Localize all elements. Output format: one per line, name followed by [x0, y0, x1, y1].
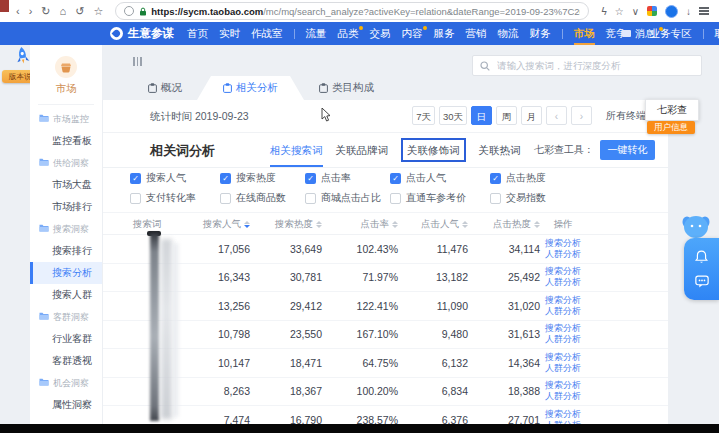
tab-1[interactable]: 相关分析: [197, 76, 304, 100]
metric-checkbox-9[interactable]: 交易指数: [490, 191, 546, 205]
date-button-1[interactable]: 30天: [439, 106, 467, 125]
action-link-1[interactable]: 人群分析: [518, 277, 608, 288]
sidebar-group-label: 搜索洞察: [53, 223, 89, 236]
sycm-logo-icon[interactable]: [110, 27, 123, 40]
menu-icon[interactable]: [699, 10, 709, 12]
sidebar-group-3[interactable]: 客群洞察: [30, 306, 102, 328]
forward-icon[interactable]: ›: [29, 6, 33, 17]
subtab-0[interactable]: 相关搜索词: [270, 133, 323, 167]
sidebar-group-label: 客群洞察: [53, 311, 89, 324]
extension-flash-icon[interactable]: ϟ: [601, 6, 606, 17]
mascot-icon[interactable]: [681, 211, 711, 239]
subtab-2[interactable]: 关联修饰词: [401, 138, 466, 162]
favorite-star-icon[interactable]: ☆: [615, 6, 624, 17]
address-bar[interactable]: https://sycm.taobao.com/mc/mq/search_ana…: [115, 2, 589, 20]
nav-item-1-2[interactable]: 交易: [370, 22, 391, 45]
date-button-0[interactable]: 7天: [412, 106, 435, 125]
sidebar-item-3-0[interactable]: 行业客群: [30, 328, 102, 350]
tab-0[interactable]: 概况: [133, 76, 197, 100]
cell-search-heat: 33,649: [242, 243, 322, 255]
nav-item-0-2[interactable]: 作战室: [251, 22, 283, 45]
action-link-0[interactable]: 搜索分析: [518, 380, 608, 391]
sidebar-group-0[interactable]: 市场监控: [30, 108, 102, 130]
subtab-3[interactable]: 关联热词: [479, 133, 521, 167]
nav-item-1-4[interactable]: 服务: [434, 22, 455, 45]
date-button-2[interactable]: 日: [471, 106, 492, 125]
browser-profile-icon[interactable]: [665, 5, 678, 18]
drag-handle-icon[interactable]: [133, 57, 142, 66]
user-info-button[interactable]: 用户信息: [647, 121, 695, 134]
nav-item-1-6[interactable]: 物流: [498, 22, 519, 45]
brand-name[interactable]: 生意参谋: [128, 26, 174, 41]
reload-icon[interactable]: ↻: [41, 6, 50, 17]
sidebar-item-1-0[interactable]: 市场大盘: [30, 174, 102, 196]
bookmark-star-icon[interactable]: ☆: [93, 6, 103, 17]
subtab-1[interactable]: 关联品牌词: [336, 133, 389, 167]
messages-button[interactable]: 消息: [622, 22, 663, 45]
keyword-search-box[interactable]: [472, 55, 702, 76]
sidebar-item-1-1[interactable]: 市场排行: [30, 196, 102, 218]
action-link-1[interactable]: 人群分析: [518, 391, 608, 402]
metric-checkbox-1[interactable]: ✓搜索热度: [220, 171, 276, 185]
chevron-down-icon[interactable]: ∨: [632, 6, 639, 17]
metric-checkbox-5[interactable]: 支付转化率: [130, 191, 196, 205]
nav-item-0-1[interactable]: 实时: [219, 22, 240, 45]
tab-2[interactable]: 类目构成: [304, 76, 389, 100]
action-link-1[interactable]: 人群分析: [518, 306, 608, 317]
action-link-0[interactable]: 搜索分析: [518, 323, 608, 334]
home-icon[interactable]: ⌂: [60, 6, 67, 17]
metric-checkbox-6[interactable]: 在线商品数: [220, 191, 286, 205]
page-info-icon[interactable]: [124, 6, 134, 16]
action-link-0[interactable]: 搜索分析: [518, 409, 608, 420]
nav-item-1-1[interactable]: 品类: [338, 22, 359, 45]
action-link-0[interactable]: 搜索分析: [518, 352, 608, 363]
action-link-0[interactable]: 搜索分析: [518, 238, 608, 249]
metric-checkbox-2[interactable]: ✓点击率: [305, 171, 351, 185]
chat-icon[interactable]: [695, 275, 709, 288]
metric-label: 点击人气: [406, 171, 446, 185]
prev-date-button[interactable]: ‹: [546, 106, 567, 125]
metric-checkbox-4[interactable]: ✓点击热度: [490, 171, 546, 185]
action-link-1[interactable]: 人群分析: [518, 363, 608, 374]
search-input[interactable]: [495, 59, 694, 72]
action-link-1[interactable]: 人群分析: [518, 249, 608, 260]
metric-checkbox-8[interactable]: 直通车参考价: [390, 191, 466, 205]
next-date-button[interactable]: ›: [571, 106, 592, 125]
section-subtabs: 相关搜索词关联品牌词关联修饰词关联热词: [270, 133, 521, 167]
nav-item-2-0[interactable]: 市场: [574, 22, 595, 45]
sidebar-item-2-2[interactable]: 搜索人群: [30, 284, 102, 306]
bell-icon[interactable]: [695, 250, 708, 264]
nav-item-1-3[interactable]: 内容: [402, 22, 423, 45]
metric-checkbox-7[interactable]: 商城点击占比: [305, 191, 381, 205]
sidebar-item-3-1[interactable]: 客群透视: [30, 350, 102, 372]
nav-item-1-5[interactable]: 营销: [466, 22, 487, 45]
metric-checkbox-0[interactable]: ✓搜索人气: [130, 171, 186, 185]
back-icon[interactable]: ‹: [16, 6, 20, 17]
cell-click-popularity: 9,480: [388, 328, 468, 340]
date-button-3[interactable]: 周: [496, 106, 517, 125]
history-icon[interactable]: ↺: [75, 6, 84, 17]
date-button-4[interactable]: 月: [521, 106, 542, 125]
sidebar-group-4[interactable]: 机会洞察: [30, 372, 102, 394]
qicai-popup-button[interactable]: 七彩查: [645, 99, 699, 121]
checkbox-icon: ✓: [490, 173, 501, 184]
action-link-1[interactable]: 人群分析: [518, 334, 608, 345]
action-link-0[interactable]: 搜索分析: [518, 266, 608, 277]
sidebar-item-4-0[interactable]: 属性洞察: [30, 394, 102, 416]
sidebar-item-0-0[interactable]: 监控看板: [30, 130, 102, 152]
sidebar-group-2[interactable]: 搜索洞察: [30, 218, 102, 240]
metric-checkbox-3[interactable]: ✓点击人气: [390, 171, 446, 185]
nav-item-1-0[interactable]: 流量: [306, 22, 327, 45]
nav-item-0-0[interactable]: 首页: [187, 22, 208, 45]
sidebar-group-1[interactable]: 供给洞察: [30, 152, 102, 174]
nav-item-1-7[interactable]: 财务: [530, 22, 551, 45]
action-link-0[interactable]: 搜索分析: [518, 295, 608, 306]
stats-toolbar: 统计时间 2019-09-23 7天30天日周月‹› 所有终端: [103, 100, 668, 133]
sidebar-item-2-0[interactable]: 搜索排行: [30, 240, 102, 262]
metric-checkboxes: ✓搜索人气✓搜索热度✓点击率✓点击人气✓点击热度支付转化率在线商品数商城点击占比…: [103, 168, 668, 212]
sidebar-item-2-1[interactable]: 搜索分析: [30, 262, 102, 284]
download-icon[interactable]: ↓: [686, 6, 691, 17]
apps-grid-icon[interactable]: [647, 6, 657, 16]
nav-item-4-0[interactable]: 取数: [715, 22, 719, 45]
one-click-convert-button[interactable]: 一键转化: [600, 140, 655, 160]
